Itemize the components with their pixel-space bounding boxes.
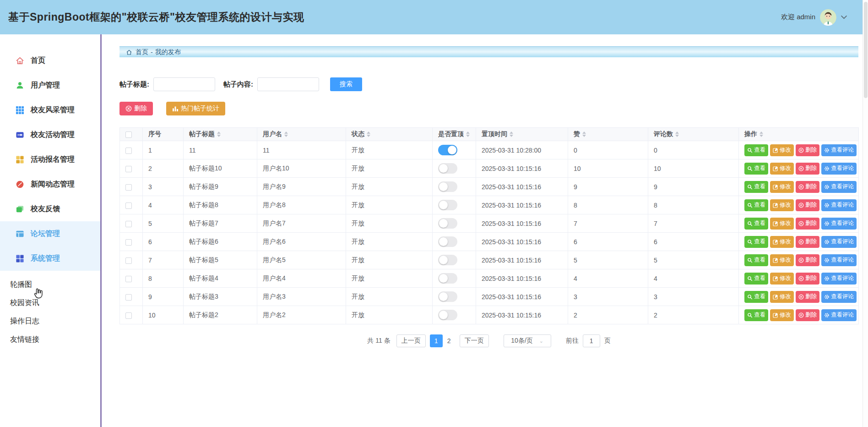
sort-icon[interactable] <box>510 131 513 137</box>
row-comments-button[interactable]: 查看评论 <box>821 254 857 266</box>
row-delete-button[interactable]: 删除 <box>796 144 819 156</box>
row-checkbox[interactable] <box>125 184 132 191</box>
row-delete-button[interactable]: 删除 <box>796 309 819 321</box>
column-header-status[interactable]: 状态 <box>346 128 433 141</box>
row-comments-button[interactable]: 查看评论 <box>821 273 857 285</box>
sidebar-item-forum[interactable]: 论坛管理 <box>0 221 100 246</box>
sidebar-item-system[interactable]: 系统管理 <box>0 246 100 271</box>
sidebar-item-users[interactable]: 用户管理 <box>0 73 100 98</box>
sidebar-item-feedback[interactable]: 校友反馈 <box>0 197 100 221</box>
page-size-select[interactable]: 10条/页 ⌄ <box>504 334 551 347</box>
row-view-button[interactable]: 查看 <box>744 309 768 321</box>
row-comments-button[interactable]: 查看评论 <box>821 218 857 230</box>
sort-icon[interactable] <box>675 131 679 137</box>
column-header-actions[interactable]: 操作 <box>739 128 859 141</box>
pin-toggle[interactable] <box>438 291 457 302</box>
row-edit-button[interactable]: 修改 <box>770 236 794 248</box>
page-button-1[interactable]: 1 <box>430 334 443 347</box>
pin-toggle[interactable] <box>438 255 457 265</box>
row-view-button[interactable]: 查看 <box>744 181 768 193</box>
hot-posts-stats-button[interactable]: 热门帖子统计 <box>166 102 225 115</box>
row-delete-button[interactable]: 删除 <box>796 181 819 193</box>
row-view-button[interactable]: 查看 <box>744 254 768 266</box>
sidebar-item-alumni-style[interactable]: 校友风采管理 <box>0 98 100 122</box>
row-view-button[interactable]: 查看 <box>744 163 768 175</box>
row-checkbox[interactable] <box>125 312 132 319</box>
goto-page-input[interactable] <box>583 334 600 347</box>
select-all-checkbox[interactable] <box>125 131 132 138</box>
row-delete-button[interactable]: 删除 <box>796 199 819 211</box>
sort-icon[interactable] <box>284 131 288 137</box>
pin-toggle[interactable] <box>438 310 457 320</box>
row-view-button[interactable]: 查看 <box>744 218 768 230</box>
row-edit-button[interactable]: 修改 <box>770 309 794 321</box>
row-checkbox[interactable] <box>125 294 132 301</box>
sidebar-item-alumni-activity[interactable]: 校友活动管理 <box>0 122 100 147</box>
row-checkbox[interactable] <box>125 257 132 264</box>
row-edit-button[interactable]: 修改 <box>770 163 794 175</box>
row-checkbox[interactable] <box>125 203 132 209</box>
sort-icon[interactable] <box>760 131 763 137</box>
row-delete-button[interactable]: 删除 <box>796 254 819 266</box>
column-header-pin-time[interactable]: 置顶时间 <box>476 128 568 141</box>
pin-toggle[interactable] <box>438 181 457 192</box>
scrollbar-thumb[interactable] <box>864 2 868 98</box>
row-view-button[interactable]: 查看 <box>744 199 768 211</box>
prev-page-button[interactable]: 上一页 <box>396 334 426 347</box>
sort-icon[interactable] <box>582 131 586 137</box>
row-comments-button[interactable]: 查看评论 <box>821 236 857 248</box>
row-delete-button[interactable]: 删除 <box>796 273 819 285</box>
sidebar-subitem-friend-link[interactable]: 友情链接 <box>0 330 100 349</box>
sidebar-item-news[interactable]: 新闻动态管理 <box>0 172 100 197</box>
sort-icon[interactable] <box>466 131 470 137</box>
row-delete-button[interactable]: 删除 <box>796 163 819 175</box>
row-comments-button[interactable]: 查看评论 <box>821 163 857 175</box>
scrollbar[interactable] <box>863 0 868 427</box>
row-comments-button[interactable]: 查看评论 <box>821 144 857 156</box>
pin-toggle[interactable] <box>438 200 457 210</box>
sidebar-subitem-op-log[interactable]: 操作日志 <box>0 312 100 330</box>
row-delete-button[interactable]: 删除 <box>796 218 819 230</box>
row-view-button[interactable]: 查看 <box>744 273 768 285</box>
row-checkbox[interactable] <box>125 276 132 282</box>
chevron-down-icon[interactable] <box>841 15 847 19</box>
row-comments-button[interactable]: 查看评论 <box>821 291 857 303</box>
column-header-likes[interactable]: 赞 <box>568 128 648 141</box>
page-button-2[interactable]: 2 <box>443 334 456 347</box>
row-edit-button[interactable]: 修改 <box>770 218 794 230</box>
sidebar-item-home[interactable]: 首页 <box>0 48 100 73</box>
pin-toggle[interactable] <box>438 218 457 229</box>
row-checkbox[interactable] <box>125 148 132 154</box>
column-header-user[interactable]: 用户名 <box>257 128 346 141</box>
row-edit-button[interactable]: 修改 <box>770 181 794 193</box>
batch-delete-button[interactable]: 删除 <box>119 102 153 115</box>
column-header-comments[interactable]: 评论数 <box>648 128 739 141</box>
row-delete-button[interactable]: 删除 <box>796 291 819 303</box>
row-comments-button[interactable]: 查看评论 <box>821 309 857 321</box>
pin-toggle[interactable] <box>438 236 457 247</box>
sort-icon[interactable] <box>217 131 221 137</box>
sidebar-item-activity-signup[interactable]: 活动报名管理 <box>0 147 100 172</box>
row-checkbox[interactable] <box>125 239 132 246</box>
column-header-pinned[interactable]: 是否置顶 <box>433 128 476 141</box>
row-edit-button[interactable]: 修改 <box>770 144 794 156</box>
post-title-input[interactable] <box>153 77 215 91</box>
pin-toggle[interactable] <box>438 163 457 174</box>
row-comments-button[interactable]: 查看评论 <box>821 181 857 193</box>
pin-toggle[interactable] <box>438 145 457 155</box>
row-delete-button[interactable]: 删除 <box>796 236 819 248</box>
pin-toggle[interactable] <box>438 273 457 284</box>
row-edit-button[interactable]: 修改 <box>770 273 794 285</box>
breadcrumb-home-link[interactable]: 首页 <box>136 48 148 56</box>
row-checkbox[interactable] <box>125 221 132 227</box>
sort-icon[interactable] <box>367 131 370 137</box>
row-edit-button[interactable]: 修改 <box>770 199 794 211</box>
row-view-button[interactable]: 查看 <box>744 144 768 156</box>
search-button[interactable]: 搜索 <box>330 77 362 91</box>
user-avatar[interactable] <box>820 9 836 26</box>
sidebar-subitem-carousel[interactable]: 轮播图 <box>0 275 100 294</box>
row-edit-button[interactable]: 修改 <box>770 254 794 266</box>
row-edit-button[interactable]: 修改 <box>770 291 794 303</box>
row-view-button[interactable]: 查看 <box>744 291 768 303</box>
column-header-title[interactable]: 帖子标题 <box>184 128 257 141</box>
